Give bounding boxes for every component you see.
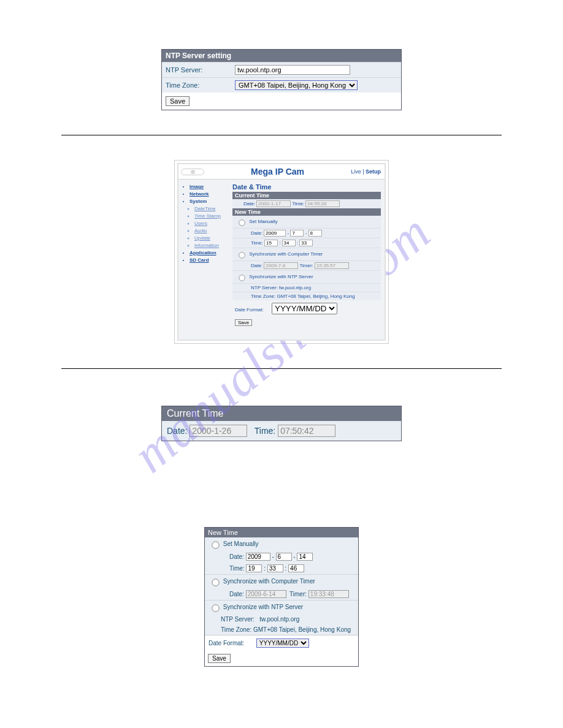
nav-audio[interactable]: Audio: [194, 227, 230, 235]
logo: ◎: [181, 169, 204, 175]
time-hour-input[interactable]: [264, 240, 278, 246]
current-time-header: Current Time: [232, 192, 381, 199]
time-min-input[interactable]: [282, 240, 296, 246]
current-date-value: [256, 200, 291, 207]
ntp-server-label: NTP Server:: [235, 285, 278, 290]
date-time-heading: Date & Time: [232, 183, 381, 191]
current-date-label: Date:: [235, 201, 255, 207]
sync-ntp-label: Synchronize with NTP Server: [223, 604, 303, 610]
nav-network[interactable]: Network: [190, 191, 230, 198]
nav-system[interactable]: System: [190, 198, 230, 205]
time-value: [278, 425, 335, 437]
sync-ntp-label: Synchronize with NTP Server: [249, 274, 313, 279]
date-year-input[interactable]: [246, 553, 270, 561]
nav-update[interactable]: Update: [194, 235, 230, 242]
setup-link[interactable]: Setup: [366, 169, 381, 175]
date-value: [190, 425, 247, 437]
date-month-input[interactable]: [276, 553, 292, 561]
nav-info[interactable]: Information: [194, 242, 230, 249]
sc-date-label: Date:: [229, 591, 244, 597]
nav-image[interactable]: Image: [190, 183, 230, 191]
save-button[interactable]: Save: [235, 319, 252, 326]
page-title: Mega IP Cam: [204, 167, 351, 176]
sc-time-value: [315, 262, 349, 269]
time-zone-select[interactable]: GMT+08 Taipei, Beijing, Hong Kong: [235, 80, 358, 90]
ntp-server-label: NTP Server:: [166, 66, 233, 74]
date-day-input[interactable]: [297, 553, 313, 561]
nav-users[interactable]: Users: [194, 220, 230, 227]
time-sec-input[interactable]: [288, 564, 304, 572]
tz-label: Time Zone:: [221, 626, 251, 633]
time-min-input[interactable]: [267, 564, 283, 572]
ntp-server-input[interactable]: [235, 65, 350, 75]
time-sec-input[interactable]: [299, 240, 313, 246]
ntp-server-label: NTP Server:: [221, 616, 255, 623]
nav-sdcard[interactable]: SD Card: [190, 257, 230, 264]
date-label: Date:: [229, 553, 244, 560]
time-label: Time:: [229, 565, 245, 572]
date-label: Date:: [235, 230, 262, 236]
save-button[interactable]: Save: [208, 654, 231, 663]
sc-date-value: [246, 590, 286, 598]
sc-date-label: Date:: [235, 263, 262, 268]
tz-label: Time Zone:: [235, 294, 275, 299]
ntp-server-value: tw.pool.ntp.org: [259, 616, 299, 623]
sc-time-label: Timer:: [289, 591, 307, 597]
new-time-header: New Time: [205, 528, 358, 537]
sync-computer-radio[interactable]: [212, 578, 219, 586]
current-time-header: Current Time: [162, 406, 401, 421]
ntp-server-value: tw.pool.ntp.org: [279, 285, 311, 290]
sc-date-value: [264, 262, 298, 269]
nav-application[interactable]: Application: [190, 249, 230, 257]
date-month-input[interactable]: [290, 230, 304, 237]
date-format-select[interactable]: YYYY/MM/DD: [272, 303, 337, 314]
tz-value: GMT+08 Taipei, Beijing, Hong Kong: [253, 626, 351, 633]
sc-time-value: [308, 590, 349, 598]
divider: [61, 368, 502, 369]
new-time-header: New Time: [232, 208, 381, 216]
nav-timestamp[interactable]: Time Stamp: [194, 213, 230, 220]
set-manually-radio[interactable]: [239, 219, 245, 226]
date-year-input[interactable]: [264, 230, 286, 237]
set-manually-radio[interactable]: [212, 541, 219, 548]
date-label: Date:: [167, 426, 187, 436]
set-manually-label: Set Manually: [249, 219, 277, 224]
current-time-value: [305, 200, 340, 207]
save-button[interactable]: Save: [166, 96, 190, 106]
date-format-label: Date Format:: [235, 307, 264, 313]
date-format-select[interactable]: YYYY/MM/DD: [256, 639, 309, 648]
set-manually-label: Set Manually: [223, 540, 259, 547]
sync-computer-label: Synchronize with Computer Timer: [223, 578, 315, 585]
setup-page-screenshot: ◎ Mega IP Cam Live | Setup Image Network…: [174, 160, 389, 344]
nav-datetime[interactable]: DateTime: [194, 205, 230, 213]
ntp-server-setting-panel: NTP Server setting NTP Server: Time Zone…: [161, 49, 402, 110]
date-day-input[interactable]: [308, 230, 322, 237]
sync-ntp-radio[interactable]: [212, 604, 219, 612]
time-label: Time:: [235, 240, 263, 246]
live-link[interactable]: Live: [351, 169, 361, 175]
new-time-panel: New Time Set Manually Date: - - Time: : …: [204, 527, 359, 667]
ntp-header: NTP Server setting: [162, 50, 401, 62]
time-zone-label: Time Zone:: [166, 82, 233, 89]
divider: [61, 135, 502, 135]
time-label: Time:: [255, 426, 275, 436]
time-hour-input[interactable]: [246, 564, 262, 572]
sidebar-nav: Image Network System DateTime Time Stamp…: [178, 180, 231, 332]
sync-computer-radio[interactable]: [239, 252, 245, 258]
current-time-label: Time:: [292, 201, 304, 207]
sync-computer-label: Synchronize with Computer Timer: [249, 251, 323, 257]
current-time-panel: Current Time Date: Time:: [161, 406, 402, 441]
date-format-label: Date Format:: [209, 640, 244, 646]
sync-ntp-radio[interactable]: [239, 275, 245, 281]
tz-value: GMT+08 Taipei, Beijing, Hong Kong: [277, 294, 354, 299]
